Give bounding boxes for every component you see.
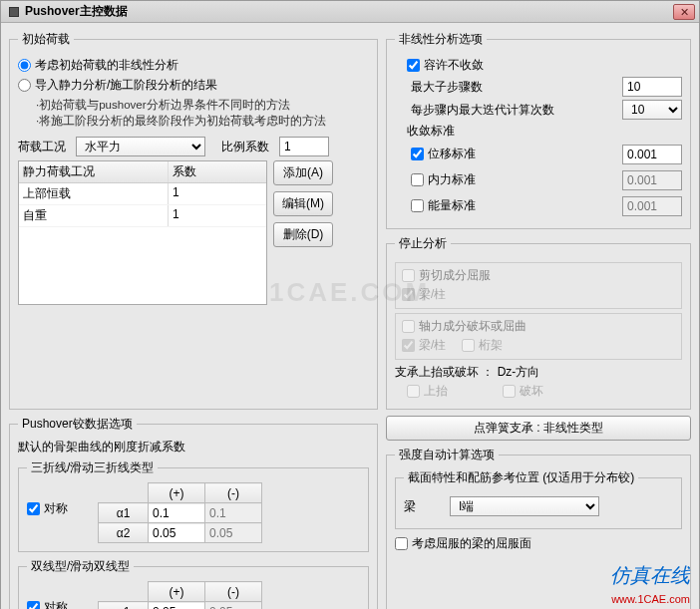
bi-a1-minus bbox=[205, 603, 261, 610]
axial-fail-label: 轴力成分破坏或屈曲 bbox=[419, 318, 526, 335]
bi-symmetrical-check[interactable] bbox=[27, 601, 40, 609]
note-2: ·将施工阶段分析的最终阶段作为初始荷载考虑时的方法 bbox=[18, 113, 369, 129]
table-header-coef: 系数 bbox=[169, 161, 266, 182]
allow-nonconvergence-label: 容许不收敛 bbox=[424, 57, 484, 74]
table-header-name: 静力荷载工况 bbox=[19, 161, 169, 182]
shear-yield-check bbox=[402, 269, 415, 282]
radio-import-results[interactable] bbox=[18, 79, 31, 92]
trilinear-legend: 三折线/滑动三折线类型 bbox=[27, 459, 158, 476]
max-iter-label: 每步骤内最大迭代计算次数 bbox=[411, 102, 554, 119]
close-button[interactable]: ✕ bbox=[673, 4, 695, 20]
disp-criterion-check[interactable] bbox=[411, 148, 424, 160]
strength-legend: 强度自动计算选项 bbox=[395, 447, 499, 463]
trilinear-group: 三折线/滑动三折线类型 对称 (+)(-) α1 α2 bbox=[18, 459, 369, 552]
uplift-check bbox=[407, 385, 420, 398]
initial-load-group: 初始荷载 考虑初始荷载的非线性分析 导入静力分析/施工阶段分析的结果 ·初始荷载… bbox=[9, 31, 378, 410]
section-ref-label: 截面特性和配筋参考位置 (仅适用于分布铰) bbox=[404, 469, 638, 486]
trilinear-table: (+)(-) α1 α2 bbox=[98, 482, 262, 543]
titlebar: Pushover主控数据 ✕ bbox=[1, 1, 699, 23]
shear-yield-label: 剪切成分屈服 bbox=[419, 267, 491, 284]
bilinear-legend: 双线型/滑动双线型 bbox=[27, 558, 134, 575]
force-criterion-input bbox=[622, 170, 682, 190]
force-criterion-check[interactable] bbox=[411, 173, 424, 186]
bi-a1-plus[interactable] bbox=[149, 603, 204, 610]
consider-yield-surface-check[interactable] bbox=[395, 537, 408, 550]
add-button[interactable]: 添加(A) bbox=[273, 160, 333, 185]
hinge-legend: Pushover铰数据选项 bbox=[18, 416, 137, 433]
stop-analysis-group: 停止分析 剪切成分屈服 梁/柱 轴力成分破坏或屈曲 梁/柱 桁架 支承上抬或破坏… bbox=[386, 235, 691, 410]
tri-a2-plus[interactable] bbox=[149, 524, 204, 542]
max-substeps-input[interactable] bbox=[622, 77, 682, 97]
bilinear-group: 双线型/滑动双线型 对称 (+)(-) α1 bbox=[18, 558, 369, 609]
axial-truss-check bbox=[462, 339, 475, 352]
scale-input[interactable] bbox=[279, 137, 329, 156]
beam-end-select[interactable]: I端 bbox=[450, 496, 599, 516]
nonlinear-legend: 非线性分析选项 bbox=[395, 31, 487, 48]
axial-beam-col-check bbox=[402, 339, 415, 352]
load-case-label: 荷载工况 bbox=[18, 139, 70, 155]
default-skeleton-label: 默认的骨架曲线的刚度折减系数 bbox=[18, 439, 369, 456]
point-spring-button[interactable]: 点弹簧支承 : 非线性类型 bbox=[386, 416, 691, 441]
window-title: Pushover主控数据 bbox=[25, 3, 128, 20]
beam-label: 梁 bbox=[404, 498, 444, 515]
table-row[interactable]: 上部恒载 1 bbox=[19, 183, 266, 205]
axial-fail-check bbox=[402, 320, 415, 333]
dialog-window: Pushover主控数据 ✕ 初始荷载 考虑初始荷载的非线性分析 导入静力分析/… bbox=[0, 0, 700, 609]
support-fail-label: 支承上抬或破坏 ： Dz-方向 bbox=[395, 364, 682, 381]
tri-symmetrical-check[interactable] bbox=[27, 502, 40, 515]
tri-a1-minus bbox=[205, 504, 261, 522]
load-case-table[interactable]: 静力荷载工况 系数 上部恒载 1 自重 1 bbox=[18, 160, 267, 305]
tri-a2-minus bbox=[205, 524, 261, 542]
initial-load-legend: 初始荷载 bbox=[18, 31, 74, 48]
note-1: ·初始荷载与pushover分析边界条件不同时的方法 bbox=[18, 97, 369, 113]
edit-button[interactable]: 编辑(M) bbox=[273, 191, 333, 216]
shear-beam-col-check bbox=[402, 288, 415, 301]
section-ref-group: 截面特性和配筋参考位置 (仅适用于分布铰) 梁 I端 bbox=[395, 469, 682, 529]
bilinear-table: (+)(-) α1 bbox=[98, 581, 262, 609]
disp-criterion-input[interactable] bbox=[622, 145, 682, 164]
disp-criterion-label: 位移标准 bbox=[428, 146, 476, 162]
consider-yield-surface-label: 考虑屈服的梁的屈服面 bbox=[412, 535, 531, 552]
nonlinear-options-group: 非线性分析选项 容许不收敛 最大子步骤数 每步骤内最大迭代计算次数 10 收敛标… bbox=[386, 31, 691, 229]
strength-auto-group: 强度自动计算选项 截面特性和配筋参考位置 (仅适用于分布铰) 梁 I端 考虑屈服… bbox=[386, 447, 691, 609]
app-icon bbox=[9, 7, 19, 17]
radio-import-results-label: 导入静力分析/施工阶段分析的结果 bbox=[35, 77, 217, 94]
stop-legend: 停止分析 bbox=[395, 235, 451, 252]
energy-criterion-label: 能量标准 bbox=[428, 197, 476, 214]
hinge-data-group: Pushover铰数据选项 默认的骨架曲线的刚度折减系数 三折线/滑动三折线类型… bbox=[9, 416, 378, 609]
energy-criterion-check[interactable] bbox=[411, 199, 424, 212]
energy-criterion-input bbox=[622, 196, 682, 216]
force-criterion-label: 内力标准 bbox=[428, 171, 476, 188]
convergence-legend: 收敛标准 bbox=[395, 123, 682, 140]
delete-button[interactable]: 删除(D) bbox=[273, 222, 333, 247]
scale-label: 比例系数 bbox=[221, 139, 273, 155]
allow-nonconvergence-check[interactable] bbox=[407, 59, 420, 72]
tri-a1-plus[interactable] bbox=[149, 504, 204, 522]
load-case-select[interactable]: 水平力 bbox=[76, 137, 205, 156]
radio-nonlinear-initial-label: 考虑初始荷载的非线性分析 bbox=[35, 57, 178, 74]
table-row[interactable]: 自重 1 bbox=[19, 205, 266, 227]
max-iter-select[interactable]: 10 bbox=[622, 100, 682, 120]
collapse-check bbox=[503, 385, 516, 398]
max-substeps-label: 最大子步骤数 bbox=[411, 79, 483, 96]
radio-nonlinear-initial[interactable] bbox=[18, 59, 31, 72]
